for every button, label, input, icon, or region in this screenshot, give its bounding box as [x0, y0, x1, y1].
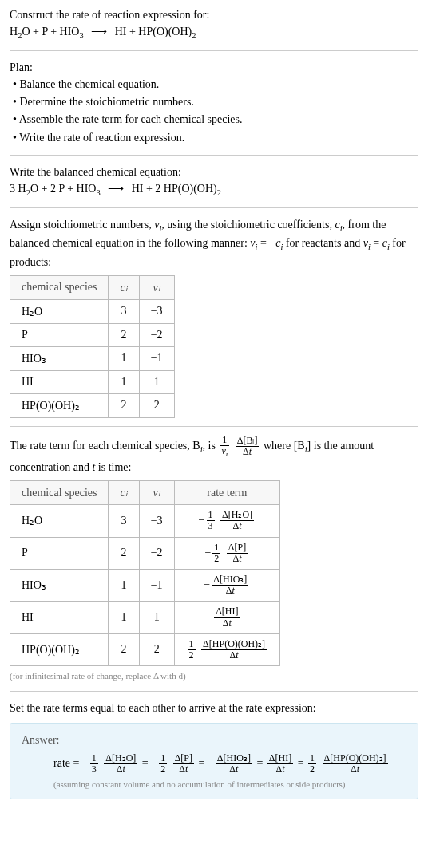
eq-sub: 3 [79, 31, 83, 40]
rate-term-table: chemical species cᵢ νᵢ rate term H₂O3−3 … [10, 480, 280, 666]
numer: Δ[HP(O)(OH)₂] [201, 639, 267, 650]
rate-term-cell: −12 Δ[P]Δt [174, 537, 280, 569]
arrow-icon: ⟶ [86, 26, 112, 37]
delta-frac: Δ[P]Δt [225, 542, 249, 564]
denom: Δt [214, 618, 240, 629]
text: where [B [264, 440, 305, 452]
divider [10, 155, 418, 156]
eq-sign: = [199, 757, 208, 769]
denom: Δt [236, 447, 260, 457]
cell: −2 [139, 537, 174, 569]
numer: Δ[HI] [214, 606, 240, 617]
divider [10, 691, 418, 692]
denom: Δt [212, 586, 248, 596]
th-species: chemical species [10, 275, 109, 299]
cell: H₂O [10, 299, 109, 323]
plan-title: Plan: [10, 59, 418, 76]
coef-frac: 12 [157, 753, 168, 775]
cell: 3 [109, 505, 139, 537]
denom: Δt [216, 764, 252, 775]
assign-text: Assign stoichiometric numbers, νi, using… [10, 216, 418, 270]
rel: = − [257, 237, 275, 249]
th-label: cᵢ [120, 487, 127, 499]
denom: 2 [212, 554, 220, 564]
rate-word: rate = [54, 757, 82, 769]
table-row: P2−2 [10, 323, 175, 346]
text: Assign stoichiometric numbers, [10, 219, 154, 231]
rel: = [371, 237, 382, 249]
table-row: HI11 [10, 370, 175, 393]
delta-frac: Δ[HP(O)(OH)₂]Δt [200, 639, 268, 661]
eq-sign: = [256, 757, 265, 769]
th-ci: cᵢ [109, 275, 139, 299]
sign: − [204, 578, 210, 590]
numer: Δ[HP(O)(OH)₂] [323, 753, 388, 764]
arrow-icon: ⟶ [103, 183, 129, 195]
eq-part: 3 H [10, 183, 26, 195]
stoichiometry-table: chemical species cᵢ νᵢ H₂O3−3 P2−2 HIO₃1… [10, 275, 175, 418]
plan-bullet: • Determine the stoichiometric numbers. [10, 93, 418, 111]
th-label: νᵢ [153, 282, 160, 294]
denom: νi [220, 446, 229, 459]
eq-sub: 2 [217, 188, 221, 197]
numer: 1 [159, 753, 167, 764]
cell: H₂O [10, 505, 109, 537]
text: , using the stoichiometric coefficients, [161, 219, 335, 231]
numer: Δ[P] [173, 753, 194, 764]
eq-sign: = [142, 757, 151, 769]
divider [10, 50, 418, 51]
cell: HP(O)(OH)₂ [10, 633, 109, 665]
eq-sign: = [298, 757, 307, 769]
cell: 1 [109, 370, 139, 393]
denom: Δt [173, 764, 194, 775]
sign: − [208, 757, 214, 769]
delta-frac: Δ[HP(O)(OH)₂]Δt [321, 753, 390, 775]
eq-part: H [10, 26, 18, 37]
eq-part: HI + 2 HP(O)(OH) [132, 183, 217, 195]
denom: Δt [201, 650, 267, 661]
denom: 2 [188, 650, 196, 661]
fraction: 1νi [218, 435, 231, 459]
rate-term-cell: −Δ[HIO₃]Δt [174, 569, 280, 601]
th-species: chemical species [10, 481, 109, 505]
denom: Δt [323, 764, 388, 775]
denom: 3 [90, 764, 98, 775]
text: is time: [95, 461, 131, 473]
numer: Δ[H₂O] [220, 510, 254, 521]
table-row: P2−2 −12 Δ[P]Δt [10, 537, 280, 569]
assign-section: Assign stoichiometric numbers, νi, using… [10, 216, 418, 418]
eq-part: O + P + HIO [22, 26, 79, 37]
eq-sub: 2 [192, 31, 196, 40]
intro-line: Construct the rate of reaction expressio… [10, 6, 418, 23]
numer: 1 [90, 753, 98, 764]
denom: 3 [207, 521, 215, 531]
table-row: H₂O3−3 −13 Δ[H₂O]Δt [10, 505, 280, 537]
cell: P [10, 537, 109, 569]
delta-frac: Δ[HIO₃]Δt [214, 753, 254, 775]
denom: 2 [308, 764, 316, 775]
cell: −3 [139, 505, 174, 537]
cell: 1 [109, 346, 139, 370]
sign: − [82, 757, 89, 769]
cell: 2 [109, 393, 139, 417]
th-label: νᵢ [153, 487, 160, 499]
delta-frac: Δ[P]Δt [172, 753, 196, 775]
intro-section: Construct the rate of reaction expressio… [10, 6, 418, 42]
th-nu: νᵢ [139, 275, 174, 299]
numer: Δ[HIO₃] [216, 753, 252, 764]
set-equal-section: Set the rate terms equal to each other t… [10, 700, 418, 800]
denom: Δt [104, 764, 137, 775]
th-nu: νᵢ [139, 481, 174, 505]
answer-assumption: (assuming constant volume and no accumul… [22, 778, 406, 791]
denom: 2 [159, 764, 167, 775]
balanced-section: Write the balanced chemical equation: 3 … [10, 164, 418, 199]
eq-part: O + 2 P + HIO [30, 183, 97, 195]
numer: 1 [308, 753, 316, 764]
delta-frac: Δ[HIO₃]Δt [210, 574, 250, 596]
cell: 1 [139, 602, 174, 633]
cell: 1 [109, 602, 139, 633]
cell: −1 [139, 569, 174, 601]
sign: − [151, 757, 157, 769]
denom: Δt [227, 554, 248, 564]
fraction: Δ[Bᵢ]Δt [234, 436, 261, 457]
